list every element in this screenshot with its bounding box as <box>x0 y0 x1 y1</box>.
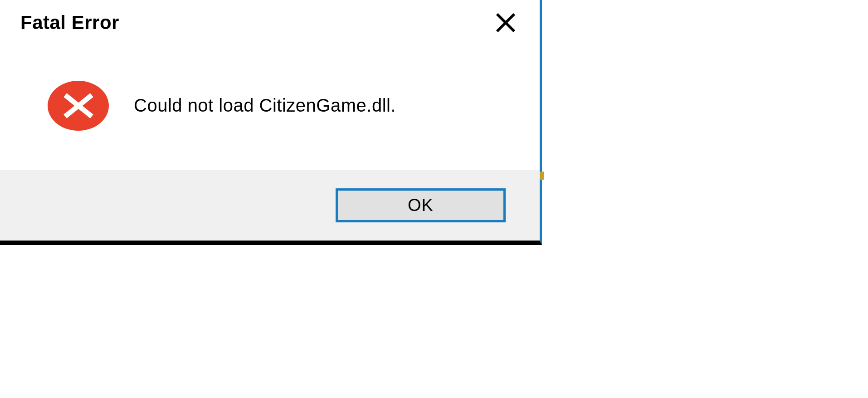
button-panel: OK <box>0 170 540 241</box>
close-icon <box>495 12 516 33</box>
error-icon <box>48 81 109 131</box>
error-dialog: Fatal Error Could not load CitizenGame.d… <box>0 0 542 245</box>
error-message: Could not load CitizenGame.dll. <box>134 95 396 116</box>
ok-button[interactable]: OK <box>336 188 506 222</box>
close-button[interactable] <box>494 11 517 34</box>
edge-decoration <box>540 172 544 180</box>
titlebar: Fatal Error <box>0 0 540 41</box>
dialog-content: Could not load CitizenGame.dll. <box>0 41 540 170</box>
error-circle <box>48 81 109 131</box>
dialog-title: Fatal Error <box>20 12 119 34</box>
